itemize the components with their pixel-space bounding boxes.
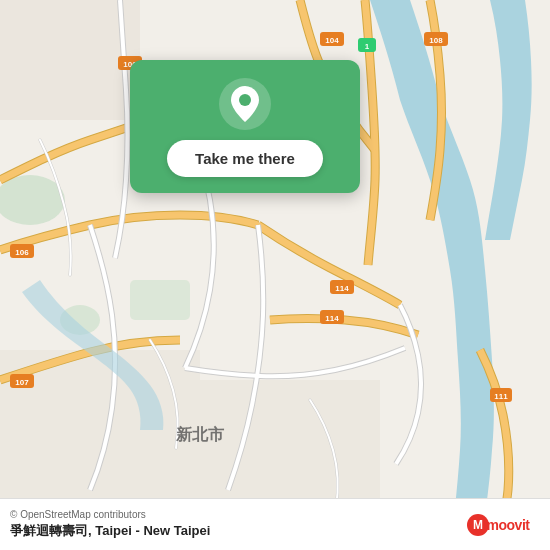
svg-text:moovit: moovit [487,517,531,533]
svg-text:106: 106 [15,248,29,257]
svg-text:104: 104 [325,36,339,45]
svg-text:新北市: 新北市 [176,425,225,443]
svg-text:111: 111 [494,392,508,401]
copyright-text: © OpenStreetMap contributors [10,509,210,520]
bottom-left-info: © OpenStreetMap contributors 爭鮮迴轉壽司, Tai… [10,509,210,540]
svg-text:114: 114 [335,284,349,293]
svg-point-27 [239,94,251,106]
map-container: 1 104 106 106 107 108 111 114 114 新北市 [0,0,550,550]
svg-text:114: 114 [325,314,339,323]
take-me-there-button[interactable]: Take me there [167,140,323,177]
bottom-bar: © OpenStreetMap contributors 爭鮮迴轉壽司, Tai… [0,498,550,550]
svg-text:107: 107 [15,378,29,387]
location-card: Take me there [130,60,360,193]
svg-text:108: 108 [429,36,443,45]
svg-rect-6 [130,280,190,320]
svg-text:1: 1 [365,42,370,51]
place-name: 爭鮮迴轉壽司, Taipei - New Taipei [10,522,210,540]
moovit-logo: M moovit [466,513,536,537]
moovit-logo-svg: M moovit [466,513,536,537]
map-pin-icon [219,78,271,130]
svg-text:M: M [473,518,483,532]
